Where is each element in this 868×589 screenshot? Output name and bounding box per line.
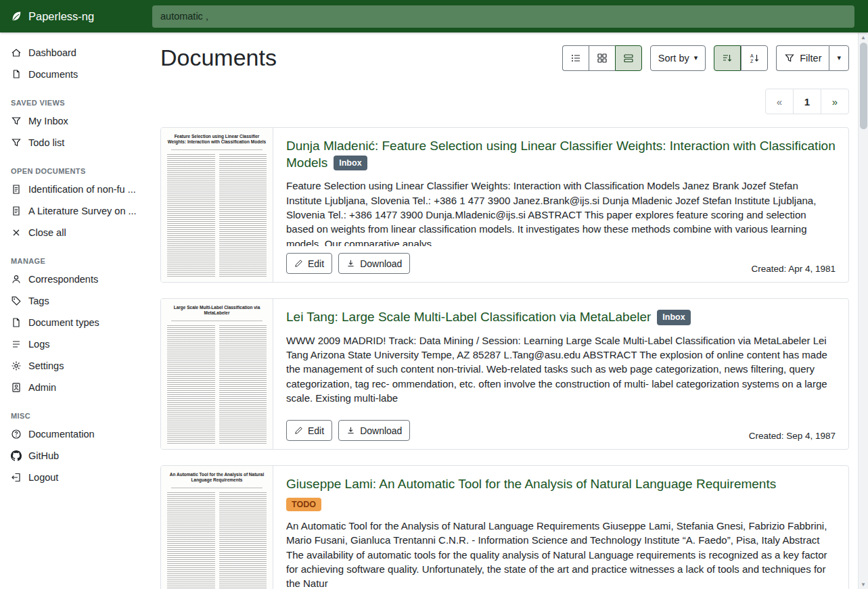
sidebar-item-label: GitHub [28, 450, 59, 461]
tag-badge-inbox[interactable]: Inbox [334, 156, 367, 171]
scrollbar-thumb[interactable] [860, 43, 867, 129]
top-bar: Paperless-ng [0, 0, 868, 32]
document-thumbnail[interactable]: Feature Selection using Linear Classifie… [161, 128, 273, 282]
sidebar-item-todo-list[interactable]: Todo list [0, 132, 144, 154]
sidebar-item-label: Logs [28, 339, 49, 350]
sidebar-item-logs[interactable]: Logs [0, 333, 144, 355]
sort-direction-group: AZ [714, 45, 768, 71]
tag-icon [11, 296, 22, 306]
sidebar-item-label: Documents [28, 69, 78, 80]
sort-by-label: Sort by [658, 53, 689, 64]
sidebar-item-logout[interactable]: Logout [0, 467, 144, 488]
sidebar-item-label: My Inbox [28, 116, 68, 126]
view-grid-button[interactable] [589, 45, 615, 71]
download-icon [346, 259, 355, 268]
sort-alpha-button[interactable]: AZ [741, 45, 768, 71]
sort-descending-button[interactable] [714, 45, 741, 71]
thumbnail-divider [171, 321, 262, 321]
filter-label: Filter [800, 53, 821, 64]
sidebar-item-github[interactable]: GitHub [0, 445, 144, 467]
pagination-prev-button[interactable]: « [765, 89, 794, 114]
person-icon [11, 274, 22, 285]
sidebar-item-documents[interactable]: Documents [0, 64, 144, 85]
document-card: An Automatic Tool for the Analysis of Na… [160, 465, 849, 589]
vertical-scrollbar[interactable]: ▲ ▼ [858, 32, 868, 589]
funnel-icon [784, 53, 795, 64]
document-title-link[interactable]: Dunja Mladenić: Feature Selection using … [286, 139, 836, 170]
document-excerpt: An Automatic Tool for the Analysis of Na… [286, 519, 836, 589]
sidebar-section-manage: MANAGE [0, 243, 144, 268]
sidebar-item-open-doc-2[interactable]: A Literature Survey on ... [0, 200, 144, 222]
filter-caret-button[interactable]: ▾ [829, 45, 849, 71]
thumbnail-text-lines [167, 154, 267, 277]
search-bar [144, 5, 868, 28]
created-date: Created: Apr 4, 1981 [751, 264, 836, 274]
pagination-page-1[interactable]: 1 [793, 89, 821, 114]
house-icon [11, 47, 22, 58]
document-card: Feature Selection using Linear Classifie… [160, 127, 849, 283]
pencil-icon [294, 426, 303, 435]
sidebar-item-my-inbox[interactable]: My Inbox [0, 110, 144, 132]
sidebar-item-label: Identification of non-fu ... [28, 184, 136, 195]
pencil-icon [294, 259, 303, 268]
funnel-icon [11, 116, 22, 126]
app-brand[interactable]: Paperless-ng [0, 10, 144, 23]
funnel-icon [11, 137, 22, 148]
edit-button[interactable]: Edit [286, 420, 332, 441]
document-thumbnail[interactable]: An Automatic Tool for the Analysis of Na… [161, 466, 273, 589]
list-icon [11, 339, 22, 350]
svg-text:A: A [750, 53, 754, 58]
thumbnail-title: An Automatic Tool for the Analysis of Na… [167, 472, 267, 484]
download-button[interactable]: Download [338, 420, 410, 441]
sidebar-item-document-types[interactable]: Document types [0, 312, 144, 333]
details-view-icon [623, 53, 634, 64]
thumbnail-divider [171, 149, 262, 150]
pagination-next-button[interactable]: » [821, 89, 849, 114]
sidebar-item-open-doc-1[interactable]: Identification of non-fu ... [0, 179, 144, 200]
pagination: « 1 » [160, 89, 849, 114]
leaf-logo-icon [10, 10, 22, 22]
sidebar-item-documentation[interactable]: Documentation [0, 423, 144, 445]
sidebar-item-settings[interactable]: Settings [0, 355, 144, 377]
sidebar-item-label: Tags [28, 296, 49, 306]
sidebar-item-close-all[interactable]: Close all [0, 222, 144, 243]
filter-button[interactable]: Filter [776, 45, 829, 71]
tag-badge-inbox[interactable]: Inbox [657, 310, 690, 325]
document-title-link[interactable]: Lei Tang: Large Scale Multi-Label Classi… [286, 310, 651, 324]
edit-button-label: Edit [308, 258, 324, 269]
sidebar-item-admin[interactable]: Admin [0, 377, 144, 398]
tag-badge-todo[interactable]: TODO [286, 498, 321, 512]
github-icon [11, 450, 22, 461]
document-excerpt: WWW 2009 MADRID! Track: Data Mining / Se… [286, 333, 836, 405]
logout-icon [11, 472, 22, 483]
global-search-input[interactable] [152, 5, 854, 28]
scroll-up-arrow[interactable]: ▲ [859, 32, 868, 42]
documents-toolbar: Sort by ▾ AZ Filter [562, 45, 849, 71]
view-details-button[interactable] [615, 45, 642, 71]
document-card-body: Dunja Mladenić: Feature Selection using … [273, 128, 848, 282]
thumbnail-divider [171, 488, 262, 488]
question-icon [11, 429, 22, 440]
download-button-label: Download [360, 258, 402, 269]
download-button[interactable]: Download [338, 253, 410, 274]
sidebar-item-tags[interactable]: Tags [0, 290, 144, 312]
sidebar-section-misc: MISC [0, 398, 144, 423]
chevron-down-icon: ▾ [694, 54, 698, 62]
sidebar-item-dashboard[interactable]: Dashboard [0, 42, 144, 64]
sort-by-dropdown[interactable]: Sort by ▾ [650, 45, 706, 71]
thumbnail-title: Large Scale Multi-Label Classification v… [167, 305, 267, 316]
sidebar-item-label: Settings [28, 360, 64, 371]
sidebar-item-label: A Literature Survey on ... [28, 206, 137, 216]
document-title-link[interactable]: Giuseppe Lami: An Automatic Tool for the… [286, 477, 776, 491]
page-title: Documents [160, 45, 277, 71]
view-list-button[interactable] [562, 45, 589, 71]
edit-button[interactable]: Edit [286, 253, 332, 274]
sidebar-item-label: Admin [28, 382, 56, 393]
scroll-down-arrow[interactable]: ▼ [859, 580, 868, 589]
sidebar: Dashboard Documents SAVED VIEWS My Inbox… [0, 32, 144, 589]
document-thumbnail[interactable]: Large Scale Multi-Label Classification v… [161, 299, 273, 449]
sidebar-item-correspondents[interactable]: Correspondents [0, 268, 144, 290]
created-date: Created: Sep 4, 1987 [749, 431, 836, 441]
filter-split-button: Filter ▾ [776, 45, 849, 71]
sidebar-item-label: Logout [28, 472, 58, 483]
